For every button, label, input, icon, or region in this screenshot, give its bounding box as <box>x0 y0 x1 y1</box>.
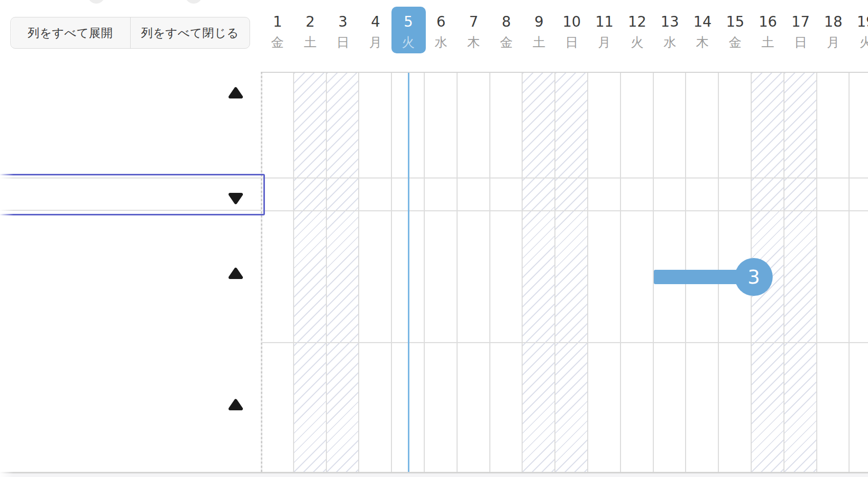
weekend-day-column <box>523 73 555 473</box>
day-weekday-label: 水 <box>653 35 686 50</box>
collapse-all-columns-button[interactable]: 列をすべて閉じる <box>130 17 250 48</box>
day-number: 6 <box>425 15 458 29</box>
bottom-strip <box>0 473 868 477</box>
day-number: 3 <box>326 15 359 29</box>
day-number: 9 <box>523 15 555 29</box>
day-header-cell: 15金 <box>719 0 752 59</box>
triangle-up-icon <box>229 87 243 99</box>
row-collapse-toggle[interactable] <box>229 399 243 411</box>
day-number: 19 <box>850 15 868 29</box>
triangle-down-icon <box>229 192 243 205</box>
day-header-cell: 5火 <box>392 0 425 59</box>
day-header-cell: 10日 <box>555 0 588 59</box>
day-header-cell: 3日 <box>326 0 359 59</box>
day-column <box>588 73 621 473</box>
triangle-up-icon <box>229 267 243 280</box>
day-weekday-label: 土 <box>294 35 326 50</box>
day-header-cell: 2土 <box>294 0 326 59</box>
row-divider-line <box>261 210 868 211</box>
day-number: 13 <box>653 15 686 29</box>
selected-row-outline[interactable] <box>0 174 265 215</box>
day-column <box>850 73 868 473</box>
weekend-day-column <box>294 73 327 473</box>
row-collapse-toggle[interactable] <box>229 192 243 205</box>
day-number: 18 <box>817 15 850 29</box>
day-column <box>817 73 850 473</box>
day-weekday-label: 木 <box>457 35 490 50</box>
day-weekday-label: 水 <box>425 35 458 50</box>
day-column <box>621 73 654 473</box>
row-divider-line <box>261 177 868 178</box>
grid-left-border <box>261 72 262 473</box>
gantt-grid: 3 <box>261 72 868 473</box>
day-header-cell: 6水 <box>425 0 458 59</box>
day-header-cell: 7木 <box>457 0 490 59</box>
day-column <box>458 73 490 473</box>
day-header-cell: 11月 <box>588 0 621 59</box>
day-number: 5 <box>392 15 425 29</box>
day-header-cell: 8金 <box>490 0 523 59</box>
day-number: 14 <box>686 15 719 29</box>
day-weekday-label: 金 <box>261 35 294 50</box>
day-column <box>261 73 294 473</box>
day-column <box>359 73 392 473</box>
day-header-cell: 12火 <box>621 0 653 59</box>
day-number: 10 <box>555 15 588 29</box>
day-header-cell: 9土 <box>523 0 555 59</box>
day-header-cell: 16土 <box>752 0 784 59</box>
day-number: 12 <box>621 15 653 29</box>
day-weekday-label: 月 <box>359 35 392 50</box>
day-header-cell: 18月 <box>817 0 850 59</box>
day-number: 1 <box>261 15 294 29</box>
row-collapse-toggle[interactable] <box>229 267 243 280</box>
row-collapse-toggle[interactable] <box>229 87 243 99</box>
day-weekday-label: 月 <box>817 35 850 50</box>
day-header-cell: 19火 <box>850 0 868 59</box>
triangle-up-icon <box>229 399 243 411</box>
day-header-cell: 14木 <box>686 0 719 59</box>
today-marker-line <box>408 73 409 473</box>
cropped-toolbar-circle <box>88 0 105 4</box>
row-divider-line <box>261 342 868 343</box>
day-number: 17 <box>784 15 817 29</box>
day-weekday-label: 火 <box>850 35 868 50</box>
day-weekday-label: 月 <box>588 35 621 50</box>
day-number: 15 <box>719 15 752 29</box>
day-weekday-label: 日 <box>784 35 817 50</box>
day-weekday-label: 土 <box>523 35 555 50</box>
left-edge-fade <box>0 0 13 477</box>
column-toolbar: 列をすべて展開 列をすべて閉じる <box>10 17 250 49</box>
day-weekday-label: 金 <box>490 35 523 50</box>
day-number: 7 <box>457 15 490 29</box>
day-weekday-label: 火 <box>392 35 425 50</box>
day-number: 4 <box>359 15 392 29</box>
day-column <box>490 73 523 473</box>
day-weekday-label: 日 <box>555 35 588 50</box>
task-bar-label: 3 <box>748 258 760 296</box>
weekend-day-column <box>555 73 588 473</box>
day-weekday-label: 土 <box>752 35 784 50</box>
day-weekday-label: 火 <box>621 35 653 50</box>
day-header-cell: 13水 <box>653 0 686 59</box>
day-number: 11 <box>588 15 621 29</box>
day-weekday-label: 日 <box>326 35 359 50</box>
day-number: 16 <box>752 15 784 29</box>
task-bar[interactable] <box>654 270 742 284</box>
cropped-toolbar-circle <box>185 0 202 4</box>
day-weekday-label: 金 <box>719 35 752 50</box>
day-header-cell: 4月 <box>359 0 392 59</box>
day-header-cell: 1金 <box>261 0 294 59</box>
day-header-cell: 17日 <box>784 0 817 59</box>
day-number: 2 <box>294 15 326 29</box>
weekend-day-column <box>784 73 817 473</box>
day-number: 8 <box>490 15 523 29</box>
weekend-day-column <box>327 73 360 473</box>
expand-all-columns-button[interactable]: 列をすべて展開 <box>11 17 130 48</box>
day-weekday-label: 木 <box>686 35 719 50</box>
task-bar-end-circle[interactable]: 3 <box>735 258 773 296</box>
day-column <box>425 73 458 473</box>
